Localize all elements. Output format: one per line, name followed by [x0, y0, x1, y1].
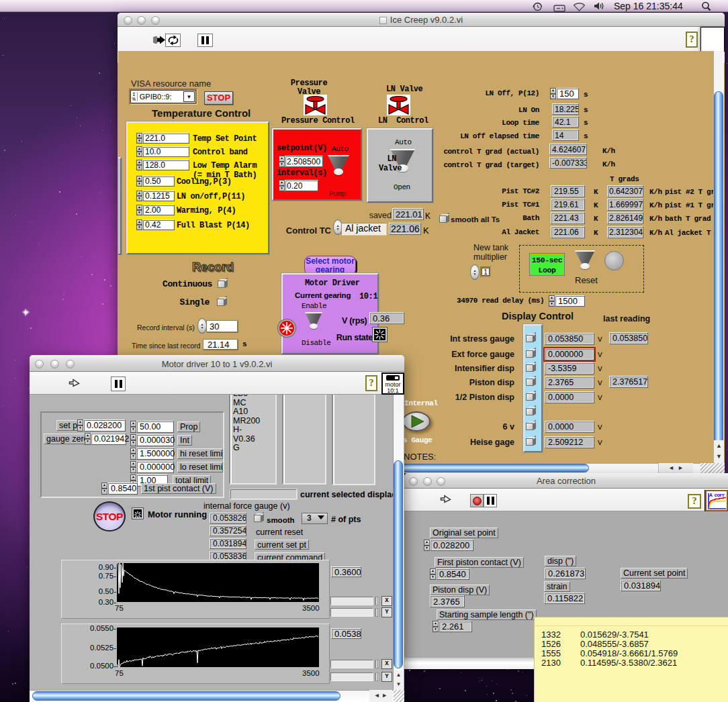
svg-text:A corr: A corr [709, 492, 725, 498]
